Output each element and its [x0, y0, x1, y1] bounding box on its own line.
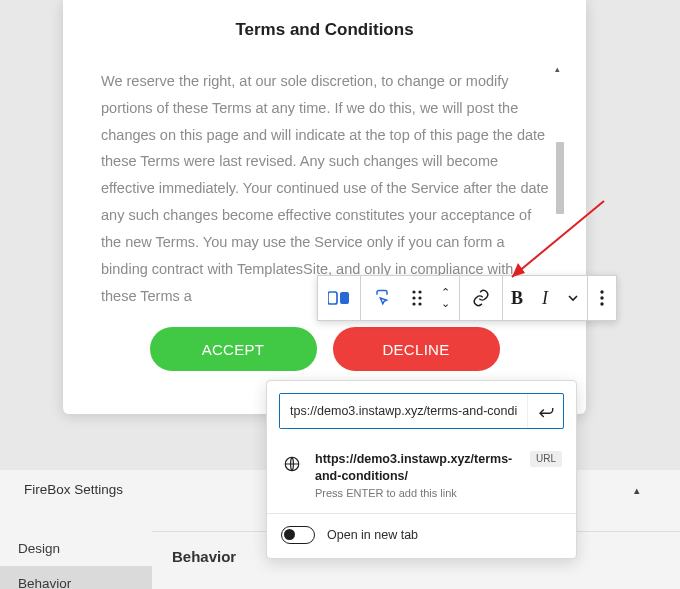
block-type-button[interactable] — [318, 276, 360, 320]
modal-body: We reserve the right, at our sole discre… — [63, 68, 586, 303]
svg-point-9 — [600, 296, 603, 299]
move-updown-button[interactable]: ⌃⌄ — [431, 276, 459, 320]
link-button[interactable] — [460, 276, 502, 320]
svg-point-5 — [418, 296, 421, 299]
link-popover: https://demo3.instawp.xyz/terms-and-cond… — [266, 380, 577, 559]
globe-icon — [281, 453, 303, 475]
link-url-input[interactable] — [280, 394, 527, 428]
svg-point-8 — [600, 290, 603, 293]
bold-button[interactable]: B — [503, 276, 531, 320]
link-suggestion[interactable]: https://demo3.instawp.xyz/terms-and-cond… — [267, 441, 576, 514]
svg-point-7 — [418, 302, 421, 305]
open-new-tab-label: Open in new tab — [327, 528, 418, 542]
italic-button[interactable]: I — [531, 276, 559, 320]
svg-point-10 — [600, 302, 603, 305]
modal-title: Terms and Conditions — [63, 20, 586, 40]
collapse-caret-icon[interactable]: ▴ — [634, 484, 640, 497]
svg-point-3 — [418, 290, 421, 293]
settings-sidebar: Design Behavior — [0, 531, 152, 589]
terms-modal: Terms and Conditions We reserve the righ… — [63, 0, 586, 414]
sidebar-item-behavior[interactable]: Behavior — [0, 566, 152, 589]
svg-point-6 — [412, 302, 415, 305]
open-new-tab-row: Open in new tab — [267, 514, 576, 558]
decline-button[interactable]: DECLINE — [333, 327, 500, 371]
drag-handle-icon[interactable] — [403, 276, 431, 320]
link-input-wrap — [279, 393, 564, 429]
suggestion-type-badge: URL — [530, 451, 562, 467]
accept-button[interactable]: ACCEPT — [150, 327, 317, 371]
chevron-down-icon: ⌄ — [441, 298, 450, 309]
svg-rect-0 — [328, 292, 337, 304]
suggestion-hint: Press ENTER to add this link — [315, 487, 530, 499]
modal-body-text: We reserve the right, at our sole discre… — [101, 68, 550, 303]
block-toolbar: ⌃⌄ B I — [317, 275, 617, 321]
scrollbar-thumb[interactable] — [556, 142, 564, 214]
svg-rect-1 — [340, 292, 349, 304]
svg-point-2 — [412, 290, 415, 293]
suggestion-main: https://demo3.instawp.xyz/terms-and-cond… — [315, 451, 530, 499]
more-options-button[interactable] — [588, 276, 616, 320]
scroll-up-icon[interactable]: ▴ — [555, 64, 560, 74]
svg-point-4 — [412, 296, 415, 299]
sidebar-item-design[interactable]: Design — [0, 531, 152, 566]
select-parent-button[interactable] — [361, 276, 403, 320]
modal-buttons: ACCEPT DECLINE — [63, 327, 586, 371]
modal-scrollbar[interactable]: ▴ ▾ — [556, 70, 564, 304]
link-submit-button[interactable] — [527, 394, 563, 428]
open-new-tab-toggle[interactable] — [281, 526, 315, 544]
suggestion-url: https://demo3.instawp.xyz/terms-and-cond… — [315, 451, 530, 485]
more-formatting-button[interactable] — [559, 276, 587, 320]
